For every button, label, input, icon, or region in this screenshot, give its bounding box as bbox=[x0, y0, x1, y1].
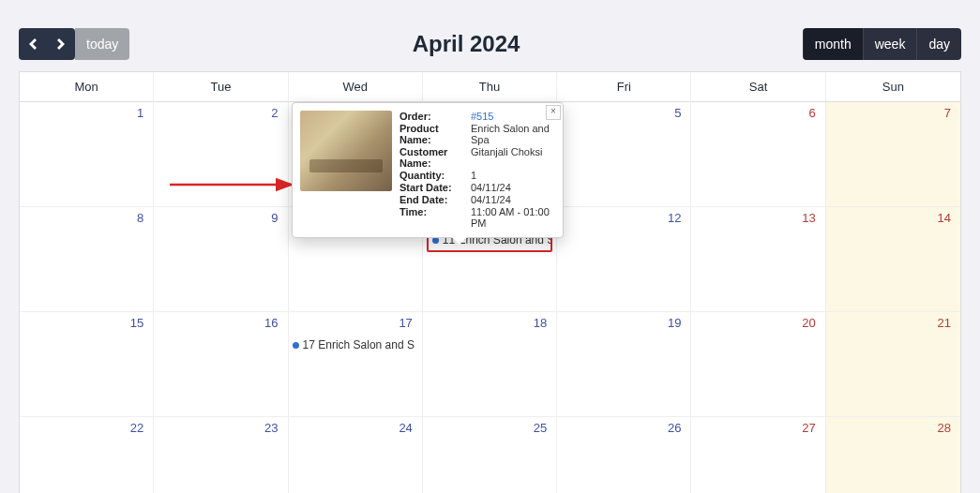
day-number: 9 bbox=[271, 211, 278, 225]
day-cell[interactable]: 7 bbox=[826, 102, 960, 207]
day-cell[interactable]: 13 bbox=[691, 207, 825, 312]
day-cell[interactable]: 26 bbox=[557, 417, 691, 493]
weekday-header: Thu bbox=[423, 72, 557, 102]
day-cell[interactable]: 23 bbox=[154, 417, 288, 493]
day-cell[interactable]: 5 bbox=[557, 102, 691, 207]
end-label: End Date: bbox=[400, 194, 471, 205]
customer-label: Customer Name: bbox=[400, 146, 471, 169]
calendar-title: April 2024 bbox=[413, 31, 520, 57]
view-group: month week day bbox=[803, 28, 961, 60]
day-number: 26 bbox=[668, 421, 681, 435]
qty-label: Quantity: bbox=[400, 170, 471, 181]
day-number: 2 bbox=[271, 106, 278, 120]
time-label: Time: bbox=[400, 206, 471, 229]
popup-details: Order:#515 Product Name:Enrich Salon and… bbox=[400, 111, 555, 230]
event-dot-icon bbox=[293, 342, 299, 349]
qty-value: 1 bbox=[471, 170, 555, 181]
day-number: 25 bbox=[534, 421, 547, 435]
day-cell[interactable]: 21 bbox=[826, 312, 960, 417]
day-number: 18 bbox=[534, 316, 547, 330]
product-value: Enrich Salon and Spa bbox=[471, 123, 555, 145]
day-cell[interactable]: 6 bbox=[691, 102, 825, 207]
day-cell[interactable]: 25 bbox=[423, 417, 557, 493]
day-number: 24 bbox=[399, 421, 412, 435]
start-value: 04/11/24 bbox=[471, 182, 555, 193]
day-cell[interactable]: 14 bbox=[826, 207, 960, 312]
time-value: 11:00 AM - 01:00 PM bbox=[471, 206, 555, 229]
day-number: 13 bbox=[802, 211, 815, 225]
weekday-header: Wed bbox=[289, 72, 423, 102]
view-day-button[interactable]: day bbox=[916, 28, 961, 60]
day-cell[interactable]: 1717 Enrich Salon and S bbox=[289, 312, 423, 417]
popup-close-button[interactable]: × bbox=[546, 105, 561, 120]
day-number: 8 bbox=[137, 211, 143, 225]
order-link[interactable]: #515 bbox=[471, 111, 555, 122]
day-number: 7 bbox=[944, 106, 951, 120]
day-number: 14 bbox=[938, 211, 951, 225]
day-number: 5 bbox=[674, 106, 681, 120]
day-cell[interactable]: 8 bbox=[20, 207, 154, 312]
view-week-button[interactable]: week bbox=[863, 28, 917, 60]
day-cell[interactable]: 20 bbox=[691, 312, 825, 417]
day-cell[interactable]: 19 bbox=[557, 312, 691, 417]
day-cell[interactable]: 28 bbox=[826, 417, 960, 493]
day-cell[interactable]: 9 bbox=[154, 207, 288, 312]
order-label: Order: bbox=[400, 111, 471, 122]
day-number: 6 bbox=[808, 106, 815, 120]
customer-value: Gitanjali Choksi bbox=[471, 146, 555, 169]
product-label: Product Name: bbox=[400, 123, 471, 145]
day-number: 21 bbox=[938, 316, 951, 330]
nav-group bbox=[19, 28, 75, 60]
weekday-header: Mon bbox=[20, 72, 154, 102]
weekday-header: Sat bbox=[691, 72, 825, 102]
day-number: 22 bbox=[130, 421, 143, 435]
calendar-header: MonTueWedThuFriSatSun bbox=[20, 72, 960, 102]
day-cell[interactable]: 12 bbox=[557, 207, 691, 312]
prev-button[interactable] bbox=[19, 28, 47, 60]
day-cell[interactable]: 27 bbox=[691, 417, 825, 493]
end-value: 04/11/24 bbox=[471, 194, 555, 205]
day-cell[interactable]: 22 bbox=[20, 417, 154, 493]
event-text: 17 Enrich Salon and S bbox=[303, 338, 415, 351]
day-cell[interactable]: 16 bbox=[154, 312, 288, 417]
weekday-header: Sun bbox=[826, 72, 960, 102]
day-number: 27 bbox=[802, 421, 815, 435]
product-image bbox=[300, 111, 392, 191]
day-cell[interactable]: 24 bbox=[289, 417, 423, 493]
day-number: 12 bbox=[668, 211, 681, 225]
calendar-body: ▼ × Order:#515 Product Name:Enrich Salon… bbox=[20, 102, 960, 493]
day-number: 28 bbox=[938, 421, 951, 435]
arrow-annotation bbox=[170, 175, 310, 198]
day-number: 1 bbox=[137, 106, 143, 120]
day-number: 15 bbox=[130, 316, 143, 330]
day-cell[interactable]: 18 bbox=[423, 312, 557, 417]
event-popup: × Order:#515 Product Name:Enrich Salon a… bbox=[292, 102, 564, 238]
day-cell[interactable]: 15 bbox=[20, 312, 154, 417]
day-number: 16 bbox=[264, 316, 278, 330]
calendar: MonTueWedThuFriSatSun ▼ × Order:#515 Pro… bbox=[19, 71, 961, 493]
calendar-event[interactable]: 17 Enrich Salon and S bbox=[293, 338, 418, 351]
day-number: 20 bbox=[802, 316, 815, 330]
day-number: 23 bbox=[264, 421, 278, 435]
view-month-button[interactable]: month bbox=[803, 28, 863, 60]
day-cell[interactable]: 1 bbox=[20, 102, 154, 207]
day-number: 19 bbox=[668, 316, 681, 330]
next-button[interactable] bbox=[47, 28, 75, 60]
day-number: 17 bbox=[399, 316, 412, 330]
today-button[interactable]: today bbox=[75, 28, 129, 60]
weekday-header: Tue bbox=[154, 72, 288, 102]
weekday-header: Fri bbox=[557, 72, 691, 102]
start-label: Start Date: bbox=[400, 182, 471, 193]
